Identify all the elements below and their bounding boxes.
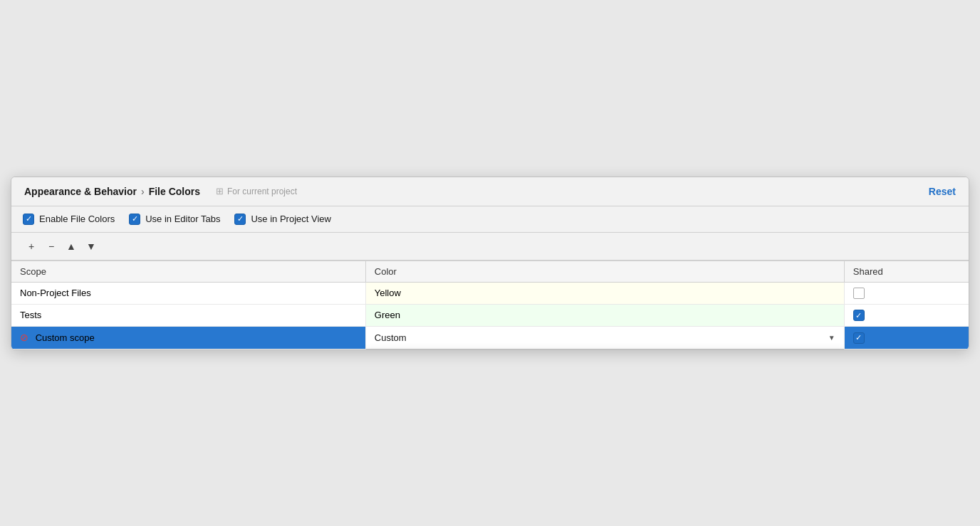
col-header-scope: Scope (11, 261, 365, 282)
settings-window: Appearance & Behavior › File Colors ⊞ Fo… (11, 177, 969, 350)
remove-button[interactable]: − (43, 238, 60, 254)
enable-file-colors-text: Enable File Colors (39, 214, 115, 224)
dropdown-option-blue[interactable]: Blue (367, 349, 843, 350)
scope-label-selected: Custom scope (36, 332, 95, 343)
file-colors-table: Scope Color Shared Non-Project Files Yel… (11, 261, 969, 349)
breadcrumb-current: File Colors (149, 186, 200, 197)
use-in-project-view-checkbox[interactable]: ✓ (234, 214, 246, 225)
scope-label: Tests (20, 310, 41, 320)
for-project-label: ⊞ For current project (216, 186, 297, 196)
header: Appearance & Behavior › File Colors ⊞ Fo… (11, 177, 969, 206)
table-row: Tests Green ✓ (11, 304, 969, 327)
checkmark-icon: ✓ (26, 215, 32, 223)
shared-cell: ✓ (844, 304, 969, 327)
color-label: Yellow (375, 288, 401, 298)
error-icon: ⊘ (20, 332, 28, 343)
move-down-button[interactable]: ▼ (83, 238, 100, 254)
enable-file-colors-label[interactable]: ✓ Enable File Colors (23, 214, 115, 225)
shared-checkbox[interactable] (853, 288, 865, 299)
table-container: Scope Color Shared Non-Project Files Yel… (11, 261, 969, 349)
project-icon: ⊞ (216, 186, 224, 196)
add-button[interactable]: + (23, 238, 40, 254)
shared-checkbox-checked[interactable]: ✓ (853, 310, 865, 321)
shared-checkbox-checked2[interactable]: ✓ (853, 332, 865, 344)
shared-cell-selected: ✓ (844, 327, 969, 349)
move-up-button[interactable]: ▲ (63, 238, 80, 254)
table-row-selected: ⊘ Custom scope Custom ▼ Blue (11, 327, 969, 349)
use-in-editor-tabs-checkbox[interactable]: ✓ (129, 214, 140, 225)
breadcrumb-parent: Appearance & Behavior (24, 186, 137, 197)
scope-label: Non-Project Files (20, 288, 91, 298)
dropdown-arrow-icon: ▼ (828, 334, 835, 342)
color-label: Green (375, 310, 400, 320)
table-row: Non-Project Files Yellow (11, 282, 969, 304)
scope-cell: Tests (11, 304, 365, 327)
for-project-text: For current project (227, 186, 297, 196)
checkmark-icon4: ✓ (855, 311, 862, 320)
use-in-editor-tabs-text: Use in Editor Tabs (145, 214, 220, 224)
checkmark-icon3: ✓ (237, 215, 244, 223)
toolbar: + − ▲ ▼ (11, 233, 969, 261)
scope-cell-selected[interactable]: ⊘ Custom scope (11, 327, 365, 349)
use-in-project-view-label[interactable]: ✓ Use in Project View (234, 214, 330, 225)
reset-button[interactable]: Reset (929, 186, 956, 197)
color-dropdown-menu: Blue Green Orange Rose (366, 349, 844, 350)
color-dropdown-cell: Custom ▼ Blue Green Oran (365, 327, 844, 349)
color-dropdown-trigger[interactable]: Custom ▼ (366, 327, 844, 348)
col-header-color: Color (365, 261, 844, 282)
scope-cell: Non-Project Files (11, 282, 365, 304)
col-header-shared: Shared (844, 261, 969, 282)
use-in-project-view-text: Use in Project View (251, 214, 330, 224)
shared-cell (844, 282, 969, 304)
checkmark-icon5: ✓ (855, 333, 862, 342)
header-left: Appearance & Behavior › File Colors ⊞ Fo… (24, 186, 297, 197)
checkmark-icon2: ✓ (132, 215, 138, 223)
dropdown-selected-value: Custom (375, 332, 407, 343)
use-in-editor-tabs-label[interactable]: ✓ Use in Editor Tabs (129, 214, 220, 225)
breadcrumb-separator: › (141, 186, 145, 197)
color-cell: Green (365, 304, 844, 327)
enable-file-colors-checkbox[interactable]: ✓ (23, 214, 34, 225)
color-cell: Yellow (365, 282, 844, 304)
checkboxes-row: ✓ Enable File Colors ✓ Use in Editor Tab… (11, 206, 969, 233)
